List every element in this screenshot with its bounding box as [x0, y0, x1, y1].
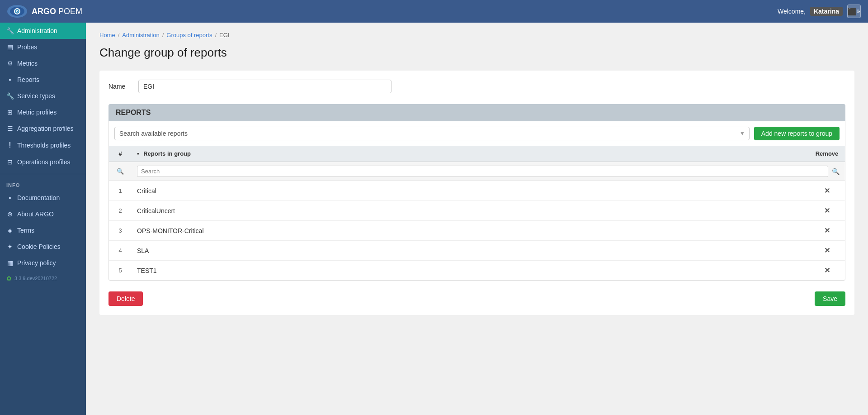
cookie-icon: ✦ [6, 243, 14, 250]
search-glass-icon: 🔍 [832, 168, 840, 175]
breadcrumb-sep-1: / [118, 32, 120, 38]
table-row: 5 TEST1 ✕ [109, 261, 845, 281]
breadcrumb-groups-of-reports[interactable]: Groups of reports [166, 32, 212, 38]
sidebar-item-aggregation-profiles[interactable]: ☰ Aggregation profiles [0, 120, 86, 137]
row-3-name: OPS-MONITOR-Critical [132, 221, 809, 241]
sidebar-label-reports: Reports [17, 76, 39, 83]
col-name: ▪ Reports in group [132, 146, 809, 162]
sidebar-item-metric-profiles[interactable]: ⊞ Metric profiles [0, 104, 86, 120]
sidebar-item-probes[interactable]: ▤ Probes [0, 39, 86, 55]
breadcrumb-sep-2: / [162, 32, 164, 38]
breadcrumb-administration[interactable]: Administration [122, 32, 159, 38]
sidebar-item-service-types[interactable]: 🔧 Service types [0, 88, 86, 104]
username-badge: Katarina [810, 7, 843, 16]
sidebar-label-privacy-policy: Privacy policy [17, 259, 56, 267]
search-row-icon-cell: 🔍 [109, 162, 132, 181]
col-remove: Remove [809, 146, 845, 162]
table-icon: ⊟ [6, 158, 14, 166]
sidebar-label-documentation: Documentation [17, 194, 60, 201]
sidebar: 🔧 Administration ▤ Probes ⚙ Metrics ▪ Re… [0, 23, 86, 415]
table-row: 4 SLA ✕ [109, 241, 845, 261]
sidebar-label-service-types: Service types [17, 92, 55, 100]
reports-section-body: Search available reports ▼ Add new repor… [108, 121, 845, 281]
privacy-icon: ▦ [6, 259, 14, 267]
main-card: Name REPORTS Search available reports ▼ [99, 71, 854, 315]
sidebar-label-metrics: Metrics [17, 60, 38, 67]
book-icon: ▪ [6, 194, 14, 201]
table-search-input[interactable] [137, 166, 828, 177]
logout-icon: ⬛ [848, 7, 857, 16]
row-4-num: 4 [109, 241, 132, 261]
logout-button[interactable]: ⬛ [847, 5, 861, 18]
search-add-row: Search available reports ▼ Add new repor… [109, 121, 845, 146]
breadcrumb-home[interactable]: Home [99, 32, 115, 38]
search-reports-select[interactable]: Search available reports [114, 127, 750, 140]
remove-row-2-button[interactable]: ✕ [821, 205, 833, 216]
row-1-name: Critical [132, 181, 809, 201]
row-3-num: 3 [109, 221, 132, 241]
table-row: 2 CriticalUncert ✕ [109, 201, 845, 221]
welcome-text: Welcome, [778, 8, 806, 15]
row-2-remove-cell: ✕ [809, 201, 845, 221]
sidebar-label-about-argo: About ARGO [17, 210, 54, 218]
delete-button[interactable]: Delete [108, 291, 143, 306]
row-1-num: 1 [109, 181, 132, 201]
reports-table: # ▪ Reports in group Remove [109, 146, 845, 280]
page-title: Change group of reports [99, 46, 854, 60]
sidebar-label-cookie-policies: Cookie Policies [17, 243, 61, 250]
version-icon: ✿ [6, 275, 12, 282]
table-search-row: 🔍 🔍 [109, 162, 845, 181]
name-label: Name [108, 83, 131, 90]
sidebar-label-operations-profiles: Operations profiles [17, 158, 71, 166]
version-info: ✿ 3.3.9.dev20210722 [0, 271, 86, 286]
sidebar-item-thresholds-profiles[interactable]: ! Thresholds profiles [0, 137, 86, 154]
row-1-remove-cell: ✕ [809, 181, 845, 201]
col-name-label: Reports in group [143, 150, 191, 157]
row-2-name: CriticalUncert [132, 201, 809, 221]
sidebar-item-privacy-policy[interactable]: ▦ Privacy policy [0, 255, 86, 271]
sidebar-item-about-argo[interactable]: ⊚ About ARGO [0, 206, 86, 222]
layout: 🔧 Administration ▤ Probes ⚙ Metrics ▪ Re… [0, 23, 868, 415]
remove-row-3-button[interactable]: ✕ [821, 225, 833, 236]
brand: ARGO POEM [7, 4, 82, 19]
sidebar-item-metrics[interactable]: ⚙ Metrics [0, 55, 86, 72]
search-row-input-cell: 🔍 [132, 162, 845, 181]
sidebar-item-documentation[interactable]: ▪ Documentation [0, 190, 86, 206]
speaker-icon: ◈ [6, 227, 14, 234]
table-head: # ▪ Reports in group Remove [109, 146, 845, 162]
sidebar-item-cookie-policies[interactable]: ✦ Cookie Policies [0, 239, 86, 255]
logout-icon-svg [857, 8, 860, 15]
link-icon: ⊚ [6, 210, 14, 218]
remove-row-1-button[interactable]: ✕ [821, 186, 833, 196]
remove-row-5-button[interactable]: ✕ [821, 265, 833, 276]
row-2-num: 2 [109, 201, 132, 221]
table-row: 1 Critical ✕ [109, 181, 845, 201]
sidebar-label-thresholds-profiles: Thresholds profiles [17, 142, 71, 149]
row-3-remove-cell: ✕ [809, 221, 845, 241]
wrench2-icon: 🔧 [6, 92, 14, 100]
remove-row-4-button[interactable]: ✕ [821, 245, 833, 256]
list-icon: ▤ [6, 43, 14, 51]
row-5-name: TEST1 [132, 261, 809, 281]
reports-section-header: REPORTS [108, 104, 845, 121]
svg-point-5 [17, 11, 18, 12]
navbar-right: Welcome, Katarina ⬛ [778, 5, 861, 18]
name-form-row: Name [108, 80, 845, 93]
breadcrumb-sep-3: / [215, 32, 217, 38]
name-input[interactable] [138, 80, 392, 93]
breadcrumb: Home / Administration / Groups of report… [99, 32, 854, 38]
exclamation-icon: ! [6, 141, 14, 149]
cog-icon: ⚙ [6, 60, 14, 67]
sidebar-item-administration[interactable]: 🔧 Administration [0, 23, 86, 39]
argo-logo [7, 4, 27, 19]
save-button[interactable]: Save [815, 291, 845, 306]
action-row: Delete Save [108, 291, 845, 306]
row-4-name: SLA [132, 241, 809, 261]
version-text: 3.3.9.dev20210722 [14, 276, 57, 281]
sidebar-item-reports[interactable]: ▪ Reports [0, 72, 86, 88]
list2-icon: ☰ [6, 125, 14, 132]
add-reports-button[interactable]: Add new reports to group [754, 127, 840, 140]
sidebar-item-operations-profiles[interactable]: ⊟ Operations profiles [0, 154, 86, 170]
file-icon: ▪ [6, 76, 14, 83]
sidebar-item-terms[interactable]: ◈ Terms [0, 222, 86, 239]
